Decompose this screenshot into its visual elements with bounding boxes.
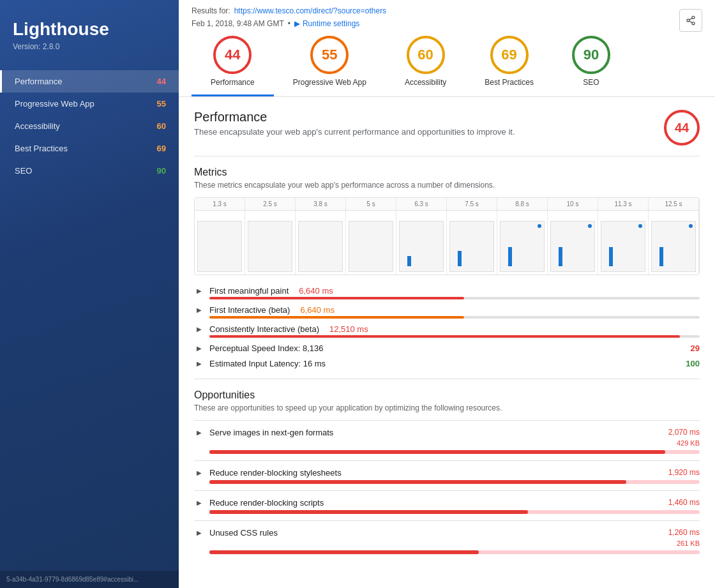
metric-bar-track xyxy=(209,297,700,299)
timeline-tick: 11.3 s xyxy=(598,198,649,210)
timeline-frame xyxy=(548,211,598,275)
sidebar-item-score: 60 xyxy=(157,121,166,131)
score-tab-performance[interactable]: 44 Performance xyxy=(192,36,274,96)
score-tab-pwa[interactable]: 55 Progressive Web App xyxy=(274,36,386,96)
opportunities-desc: These are opportunities to speed up your… xyxy=(194,403,700,412)
metrics-section: Metrics These metrics encapsulate your w… xyxy=(194,167,700,368)
timeline-tick: 3.8 s xyxy=(296,198,346,210)
metric-row: ▶ First meaningful paint 6,640 ms xyxy=(194,285,700,299)
results-meta: Feb 1, 2018, 9:48 AM GMT • ▶ Runtime set… xyxy=(192,19,702,28)
play-icon: ▶ xyxy=(294,19,300,28)
opp-bar-track xyxy=(209,450,700,454)
opp-bar-track xyxy=(209,510,700,514)
metric-toggle[interactable]: ▶ xyxy=(194,358,204,368)
metrics-desc: These metrics encapsulate your web app's… xyxy=(194,181,700,190)
metric-toggle[interactable]: ▶ xyxy=(194,343,204,353)
timeline-frame xyxy=(598,211,649,275)
opportunity-header: ▶ Reduce render-blocking scripts 1,460 m… xyxy=(194,497,700,508)
results-url[interactable]: https://www.tesco.com/direct/?source=oth… xyxy=(234,6,386,15)
score-tab-accessibility[interactable]: 60 Accessibility xyxy=(386,36,465,96)
share-button[interactable] xyxy=(679,9,702,32)
svg-point-1 xyxy=(687,19,689,22)
metric-value: 6,640 ms xyxy=(300,305,334,315)
opportunity-header: ▶ Serve images in next-gen formats 2,070… xyxy=(194,427,700,437)
opp-label: Reduce render-blocking stylesheets xyxy=(209,468,342,478)
opp-toggle[interactable]: ▶ xyxy=(194,527,204,538)
score-tab-label-accessibility: Accessibility xyxy=(405,78,446,87)
metric-toggle[interactable]: ▶ xyxy=(194,305,204,315)
opportunity-row: ▶ Reduce render-blocking scripts 1,460 m… xyxy=(194,490,700,520)
score-tab-label-seo: SEO xyxy=(583,78,599,87)
metric-toggle[interactable]: ▶ xyxy=(194,324,204,334)
sidebar-item-label: SEO xyxy=(15,166,32,176)
opp-bar-track xyxy=(209,480,700,484)
runtime-settings-button[interactable]: ▶ Runtime settings xyxy=(294,19,359,28)
svg-line-3 xyxy=(689,21,693,23)
results-info: Results for: https://www.tesco.com/direc… xyxy=(192,6,702,15)
metrics-title: Metrics xyxy=(194,167,700,178)
timeline-frames xyxy=(195,211,699,275)
sidebar-item-accessibility[interactable]: Accessibility 60 xyxy=(0,115,179,137)
opp-toggle[interactable]: ▶ xyxy=(194,467,204,478)
performance-title-block: Performance These encapsulate your web a… xyxy=(194,110,515,137)
sidebar-item-label: Accessibility xyxy=(15,121,60,131)
timeline-frame xyxy=(195,211,245,275)
topbar: Results for: https://www.tesco.com/direc… xyxy=(179,0,715,97)
results-date: Feb 1, 2018, 9:48 AM GMT xyxy=(192,19,284,28)
opportunities-list: ▶ Serve images in next-gen formats 2,070… xyxy=(194,420,700,561)
opp-bar-fill xyxy=(209,480,626,484)
sidebar-item-best-practices[interactable]: Best Practices 69 xyxy=(0,137,179,160)
opp-time: 1,260 ms xyxy=(668,528,700,537)
opp-bar-fill xyxy=(209,510,528,514)
metric-row: ▶ Perceptual Speed Index: 8,136 29 xyxy=(194,343,700,353)
sidebar-item-label: Best Practices xyxy=(15,144,68,153)
timeline-tick: 1.3 s xyxy=(195,198,245,210)
opp-bar-track xyxy=(209,550,700,554)
score-tab-label-pwa: Progressive Web App xyxy=(293,78,366,87)
sidebar-item-score: 44 xyxy=(157,77,166,86)
metric-row: ▶ Consistently Interactive (beta) 12,510… xyxy=(194,324,700,338)
timeline: 1.3 s2.5 s3.8 s5 s6.3 s7.5 s8.8 s10 s11.… xyxy=(194,197,700,275)
metric-row: ▶ First Interactive (beta) 6,640 ms xyxy=(194,305,700,319)
metric-bar-track xyxy=(209,316,700,319)
timeline-tick: 7.5 s xyxy=(447,198,497,210)
sidebar-item-pwa[interactable]: Progressive Web App 55 xyxy=(0,93,179,115)
metric-bar-fill xyxy=(209,316,464,319)
performance-header: Performance These encapsulate your web a… xyxy=(194,110,700,146)
sidebar-item-seo[interactable]: SEO 90 xyxy=(0,160,179,182)
opp-toggle[interactable]: ▶ xyxy=(194,427,204,437)
timeline-frame xyxy=(447,211,497,275)
sidebar-item-performance[interactable]: Performance 44 xyxy=(0,70,179,93)
metric-label: Perceptual Speed Index: 8,136 xyxy=(209,343,324,353)
timeline-tick: 5 s xyxy=(346,198,396,210)
opportunity-header: ▶ Reduce render-blocking stylesheets 1,9… xyxy=(194,467,700,478)
sidebar-nav: Performance 44Progressive Web App 55Acce… xyxy=(0,70,179,182)
metric-row: ▶ Estimated Input Latency: 16 ms 100 xyxy=(194,358,700,368)
sidebar-item-label: Performance xyxy=(15,77,62,86)
timeline-ruler: 1.3 s2.5 s3.8 s5 s6.3 s7.5 s8.8 s10 s11.… xyxy=(195,198,699,211)
score-tab-seo[interactable]: 90 SEO xyxy=(553,36,629,96)
sidebar-status-bar: 5-a34b-4a31-9779-8d6869d85e89#accessibi.… xyxy=(0,571,179,588)
metric-score: 100 xyxy=(681,359,700,368)
share-icon xyxy=(686,15,696,26)
metric-label: Consistently Interactive (beta) xyxy=(209,324,319,334)
metric-value: 6,640 ms xyxy=(299,286,333,296)
opportunity-row: ▶ Unused CSS rules 1,260 ms 261 KB xyxy=(194,520,700,561)
opportunity-row: ▶ Reduce render-blocking stylesheets 1,9… xyxy=(194,460,700,490)
score-tab-best-practices[interactable]: 69 Best Practices xyxy=(465,36,553,96)
opp-label: Serve images in next-gen formats xyxy=(209,428,333,437)
opp-size: 261 KB xyxy=(677,539,700,547)
opp-label: Unused CSS rules xyxy=(209,528,278,538)
results-separator: • xyxy=(288,19,290,28)
metric-toggle[interactable]: ▶ xyxy=(194,285,204,296)
timeline-tick: 2.5 s xyxy=(245,198,296,210)
timeline-tick: 8.8 s xyxy=(497,198,548,210)
metric-bar-track xyxy=(209,335,700,338)
timeline-frame xyxy=(346,211,396,275)
opportunities-section: Opportunities These are opportunities to… xyxy=(194,389,700,561)
main-panel: Results for: https://www.tesco.com/direc… xyxy=(179,0,715,588)
opp-toggle[interactable]: ▶ xyxy=(194,497,204,508)
sidebar-logo: Lighthouse xyxy=(13,19,166,40)
results-for-label: Results for: xyxy=(192,6,230,15)
opp-label: Reduce render-blocking scripts xyxy=(209,498,324,508)
